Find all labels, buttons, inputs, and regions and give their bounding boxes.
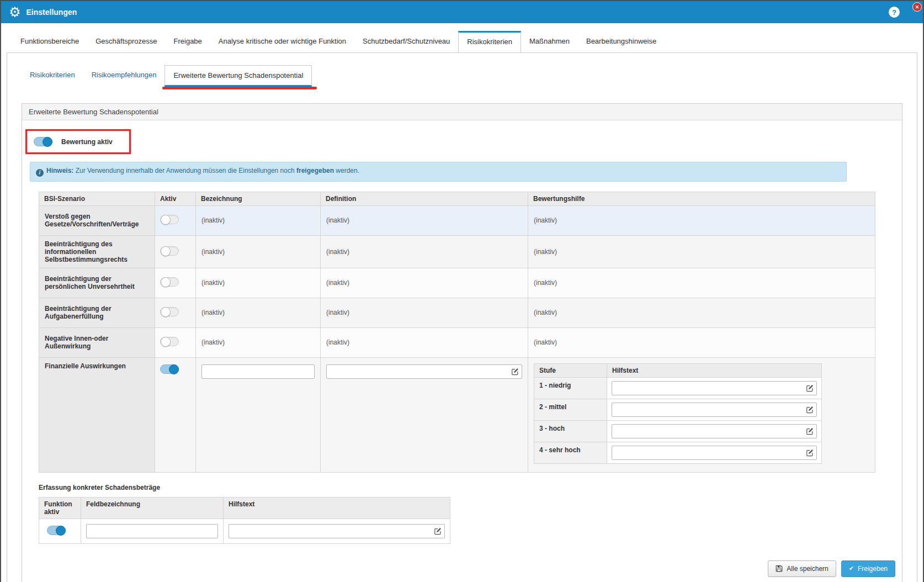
bewertungshilfe-value: (inaktiv) — [528, 205, 875, 235]
bewertung-aktiv-toggle[interactable] — [34, 137, 52, 146]
scenario-label: Negative Innen-oder Außenwirkung — [39, 327, 155, 357]
edit-icon[interactable] — [806, 449, 814, 457]
definition-value: (inaktiv) — [321, 298, 528, 327]
subtab-risikokriterien[interactable]: Risikokriterien — [22, 65, 83, 87]
scenario-label: Finanzielle Auswirkungen — [39, 357, 155, 472]
scenario-aktiv-toggle[interactable] — [160, 337, 179, 346]
scenario-label: Beeinträchtigung der persönlichen Unvers… — [39, 268, 155, 298]
edit-icon[interactable] — [434, 527, 442, 535]
bezeichnung-value: (inaktiv) — [196, 205, 321, 235]
col-bezeichnung: Bezeichnung — [196, 192, 321, 205]
stufe-row: 1 - niedrig — [534, 377, 822, 399]
scenario-aktiv-toggle[interactable] — [160, 307, 179, 316]
help-icon[interactable]: ? — [889, 7, 900, 18]
scenario-aktiv-toggle[interactable] — [160, 277, 179, 287]
bezeichnung-input[interactable] — [201, 364, 315, 379]
schadensbetraege-table: Funktion aktiv Feldbezeichnung Hilfstext — [39, 497, 450, 544]
notice-suffix: werden. — [336, 167, 359, 174]
close-icon[interactable]: ✕ — [912, 2, 922, 12]
tab-analyse-kritische-funktion[interactable]: Analyse kritische oder wichtige Funktion — [210, 31, 354, 52]
scenario-label: Beeinträchtigung der Aufgabenerfüllung — [39, 298, 155, 327]
stufe-row: 2 - mittel — [534, 399, 822, 420]
bezeichnung-value: (inaktiv) — [196, 298, 321, 327]
check-icon: ✔ — [849, 565, 854, 572]
main-tabs: Funktionsbereiche Geschäftsprozesse Frei… — [1, 23, 923, 52]
tab-funktionsbereiche[interactable]: Funktionsbereiche — [12, 31, 87, 52]
table-row: Beeinträchtigung der Aufgabenerfüllung (… — [39, 298, 875, 327]
col-bewertungshilfe: Bewertungshilfe — [528, 192, 875, 205]
stufe-label: 1 - niedrig — [534, 377, 607, 399]
col-hilfstext: Hilfstext — [224, 497, 450, 518]
gear-icon: ⚙ — [9, 6, 21, 19]
edit-icon[interactable] — [511, 368, 519, 375]
subtab-erweiterte-bewertung[interactable]: Erweiterte Bewertung Schadenspotential — [164, 65, 312, 87]
table-row-finanzielle-auswirkungen: Finanzielle Auswirkungen — [39, 357, 875, 472]
stufe-row: 4 - sehr hoch — [534, 442, 822, 463]
content-box: Risikokriterien Risikoempfehlungen Erwei… — [7, 52, 917, 582]
hilfstext-input[interactable] — [229, 524, 445, 538]
titlebar: ⚙ Einstellungen ? — [1, 1, 923, 23]
feldbezeichnung-input[interactable] — [86, 524, 218, 538]
bezeichnung-value: (inaktiv) — [196, 268, 321, 298]
tab-geschaeftsprozesse[interactable]: Geschäftsprozesse — [87, 31, 165, 52]
edit-icon[interactable] — [806, 427, 814, 435]
footer-actions: Alle speichern ✔ Freigeben — [30, 560, 895, 577]
scenario-table-header-row: BSI-Szenario Aktiv Bezeichnung Definitio… — [39, 192, 875, 205]
edit-icon[interactable] — [806, 384, 814, 392]
stufen-table: Stufe Hilfstext 1 - niedrig — [534, 363, 822, 464]
hilfstext-input-mittel[interactable] — [612, 403, 817, 417]
bewertungshilfe-value: (inaktiv) — [528, 298, 875, 327]
stufe-label: 4 - sehr hoch — [534, 442, 607, 463]
scenario-aktiv-toggle[interactable] — [160, 246, 179, 256]
stufe-label: 3 - hoch — [534, 420, 607, 442]
definition-value: (inaktiv) — [321, 205, 528, 235]
col-stufe: Stufe — [534, 363, 607, 377]
subtab-risikoempfehlungen[interactable]: Risikoempfehlungen — [83, 65, 165, 87]
bezeichnung-value: (inaktiv) — [196, 327, 321, 357]
freigeben-button[interactable]: ✔ Freigeben — [841, 560, 895, 577]
hilfstext-input-hoch[interactable] — [612, 424, 817, 438]
scenario-aktiv-toggle[interactable] — [160, 364, 179, 374]
tab-massnahmen[interactable]: Maßnahmen — [521, 31, 578, 52]
hilfstext-input-sehr-hoch[interactable] — [612, 446, 817, 460]
panel-title: Erweiterte Bewertung Schadenspotential — [22, 104, 902, 120]
definition-value: (inaktiv) — [321, 268, 528, 298]
notice-label: Hinweis: — [46, 167, 73, 174]
funktion-aktiv-toggle[interactable] — [47, 526, 66, 535]
freigeben-label: Freigeben — [858, 565, 888, 573]
tab-risikokriterien[interactable]: Risikokriterien — [458, 31, 521, 52]
col-funktion-aktiv: Funktion aktiv — [39, 497, 81, 518]
bewertungshilfe-value: (inaktiv) — [528, 327, 875, 357]
panel-erweiterte-bewertung: Erweiterte Bewertung Schadenspotential B… — [22, 103, 902, 582]
sub-tabs: Risikokriterien Risikoempfehlungen Erwei… — [7, 65, 917, 87]
annotation-box: Bewertung aktiv — [25, 129, 131, 154]
notice-text: Zur Verwendung innerhalb der Anwendung m… — [76, 167, 295, 174]
hilfstext-input-niedrig[interactable] — [612, 381, 817, 395]
notice-bold: freigegeben — [296, 167, 334, 174]
save-icon — [776, 565, 783, 572]
section-title-schadensbetraege: Erfassung konkreter Schadensbeträge — [39, 484, 895, 491]
tab-freigabe[interactable]: Freigabe — [166, 31, 210, 52]
col-aktiv: Aktiv — [155, 192, 196, 205]
tab-schutzbedarf[interactable]: Schutzbedarf/Schutzniveau — [354, 31, 458, 52]
edit-icon[interactable] — [806, 406, 814, 414]
col-feldbezeichnung: Feldbezeichnung — [81, 497, 224, 518]
definition-value: (inaktiv) — [321, 327, 528, 357]
save-all-label: Alle speichern — [787, 565, 828, 573]
stufe-row: 3 - hoch — [534, 420, 822, 442]
table-row: Beeinträchtigung der persönlichen Unvers… — [39, 268, 875, 298]
save-all-button[interactable]: Alle speichern — [768, 560, 836, 577]
definition-input[interactable] — [326, 364, 522, 379]
schadensbetraege-header-row: Funktion aktiv Feldbezeichnung Hilfstext — [39, 497, 450, 518]
schadensbetraege-row — [39, 518, 450, 543]
col-definition: Definition — [321, 192, 528, 205]
scenario-table: BSI-Szenario Aktiv Bezeichnung Definitio… — [39, 192, 875, 473]
table-row: Verstoß gegen Gesetze/Vorschriften/Vertr… — [39, 205, 875, 235]
app-window: ✕ ⚙ Einstellungen ? Funktionsbereiche Ge… — [0, 0, 924, 582]
table-row: Beeinträchtigung des informationellen Se… — [39, 235, 875, 268]
tab-bearbeitungshinweise[interactable]: Bearbeitungshinweise — [578, 31, 665, 52]
notice-banner: iHinweis: Zur Verwendung innerhalb der A… — [30, 162, 847, 182]
info-icon: i — [36, 169, 44, 177]
scenario-aktiv-toggle[interactable] — [160, 215, 179, 224]
panel-body: Bewertung aktiv iHinweis: Zur Verwendung… — [22, 120, 902, 582]
